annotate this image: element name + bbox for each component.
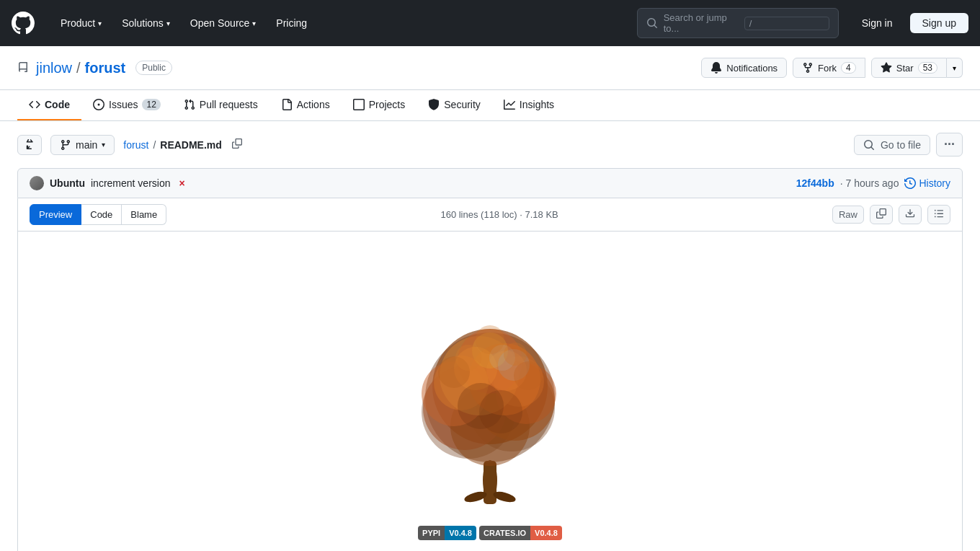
insights-icon: [504, 99, 515, 110]
projects-icon: [353, 99, 365, 110]
tab-pull-requests-label: Pull requests: [200, 99, 258, 110]
raw-button[interactable]: Raw: [832, 206, 864, 224]
pr-icon: [184, 99, 195, 110]
repo-separator: /: [76, 60, 81, 76]
chevron-down-icon: ▾: [252, 19, 256, 27]
tab-insights[interactable]: Insights: [492, 90, 566, 120]
copy-icon: [876, 208, 886, 219]
file-content: PYPI V0.4.8 CRATES.IO V0.4.8: [17, 232, 963, 551]
repo-owner-link[interactable]: jinlow: [36, 60, 72, 76]
auth-buttons: Sign in Sign up: [850, 13, 968, 33]
file-path: forust / README.md: [123, 136, 247, 154]
svg-point-25: [455, 345, 481, 371]
search-shortcut: /: [744, 17, 829, 30]
blame-tab[interactable]: Blame: [122, 204, 166, 225]
search-bar[interactable]: Search or jump to... /: [637, 8, 839, 38]
fork-button-group: Fork 4: [793, 58, 865, 78]
tab-projects[interactable]: Projects: [342, 90, 417, 120]
tab-projects-label: Projects: [369, 99, 406, 110]
tab-actions[interactable]: Actions: [270, 90, 342, 120]
avatar: [30, 176, 44, 190]
commit-timestamp: · 7 hours ago: [840, 177, 899, 189]
github-logo[interactable]: [12, 12, 35, 35]
file-path-repo[interactable]: forust: [123, 139, 148, 151]
code-icon: [29, 99, 40, 110]
download-icon: [905, 208, 915, 219]
svg-point-27: [476, 325, 504, 354]
tree-container: [400, 253, 580, 520]
fork-button[interactable]: Fork 4: [793, 58, 865, 78]
fork-label: Fork: [818, 63, 837, 74]
copy-icon: [232, 138, 242, 149]
security-icon: [428, 99, 440, 110]
repo-name-link[interactable]: forust: [85, 60, 126, 76]
close-icon[interactable]: ×: [179, 177, 184, 189]
svg-rect-1: [484, 461, 496, 504]
visibility-badge: Public: [135, 61, 172, 75]
issue-icon: [93, 99, 104, 110]
sidebar-icon: [24, 139, 35, 151]
code-tab[interactable]: Code: [81, 204, 122, 225]
repo-tabs: Code Issues 12 Pull requests Actions Pro…: [0, 90, 980, 121]
tab-security[interactable]: Security: [416, 90, 492, 120]
commit-info-right: 12f44bb · 7 hours ago History: [796, 177, 950, 189]
repo-action-buttons: Notifications Fork 4 Star 53 ▾: [701, 58, 963, 78]
file-viewer-header: main ▾ forust / README.md Go to file ···: [0, 121, 980, 168]
commit-message: increment version: [91, 177, 171, 189]
repo-icon: [17, 62, 29, 74]
nav-item-pricing[interactable]: Pricing: [267, 12, 316, 35]
go-to-file-label: Go to file: [881, 139, 921, 151]
nav-item-open-source[interactable]: Open Source ▾: [182, 12, 265, 35]
star-count: 53: [918, 62, 937, 74]
star-dropdown-button[interactable]: ▾: [947, 58, 963, 78]
search-placeholder: Search or jump to...: [664, 12, 739, 34]
chevron-down-icon: ▾: [102, 141, 105, 149]
tab-security-label: Security: [444, 99, 481, 110]
tab-pull-requests[interactable]: Pull requests: [172, 90, 270, 120]
lines-button[interactable]: [927, 205, 950, 224]
actions-icon: [281, 99, 293, 110]
more-options-button[interactable]: ···: [936, 133, 963, 157]
crates-badge: CRATES.IO V0.4.8: [479, 526, 562, 540]
branch-selector[interactable]: main ▾: [50, 135, 115, 155]
copy-path-button[interactable]: [226, 136, 248, 154]
copy-content-button[interactable]: [870, 205, 893, 224]
history-icon: [904, 177, 916, 189]
nav-item-solutions[interactable]: Solutions ▾: [113, 12, 179, 35]
header: Product ▾ Solutions ▾ Open Source ▾ Pric…: [0, 0, 980, 46]
go-to-file[interactable]: Go to file: [854, 135, 930, 155]
branch-icon: [60, 139, 71, 151]
sign-up-button[interactable]: Sign up: [910, 13, 968, 33]
badges-container: PYPI V0.4.8 CRATES.IO V0.4.8: [418, 526, 562, 540]
bell-icon: [710, 62, 722, 74]
badge-crates-right: V0.4.8: [530, 526, 562, 540]
commit-author: Ubuntu: [50, 177, 85, 189]
badge-pypi-right: V0.4.8: [445, 526, 476, 540]
sign-in-button[interactable]: Sign in: [850, 14, 904, 32]
history-button[interactable]: History: [904, 177, 950, 189]
tab-code-label: Code: [45, 99, 70, 110]
tab-issues[interactable]: Issues 12: [81, 90, 172, 120]
chevron-down-icon: ▾: [953, 64, 956, 72]
tab-issues-label: Issues: [109, 99, 138, 110]
nav-item-product[interactable]: Product ▾: [52, 12, 110, 35]
svg-point-29: [479, 390, 522, 433]
commit-info: Ubuntu increment version × 12f44bb · 7 h…: [17, 168, 963, 198]
file-toolbar: Preview Code Blame 160 lines (118 loc) ·…: [17, 198, 963, 232]
tab-code[interactable]: Code: [17, 90, 81, 120]
file-header-right: Go to file ···: [854, 133, 963, 157]
file-view-tabs: Preview Code Blame: [30, 204, 166, 225]
star-button-group: Star 53 ▾: [871, 58, 963, 78]
star-button[interactable]: Star 53: [871, 58, 947, 78]
commit-hash-link[interactable]: 12f44bb: [796, 177, 834, 189]
preview-tab[interactable]: Preview: [30, 204, 81, 225]
notifications-button[interactable]: Notifications: [701, 58, 787, 78]
repo-breadcrumb: jinlow / forust Public: [17, 60, 172, 76]
star-icon: [881, 62, 892, 74]
history-label: History: [919, 177, 950, 189]
sidebar-toggle-button[interactable]: [17, 135, 42, 155]
tab-actions-label: Actions: [297, 99, 330, 110]
svg-point-26: [504, 343, 527, 366]
tab-issues-badge: 12: [142, 99, 160, 110]
download-button[interactable]: [899, 205, 922, 224]
